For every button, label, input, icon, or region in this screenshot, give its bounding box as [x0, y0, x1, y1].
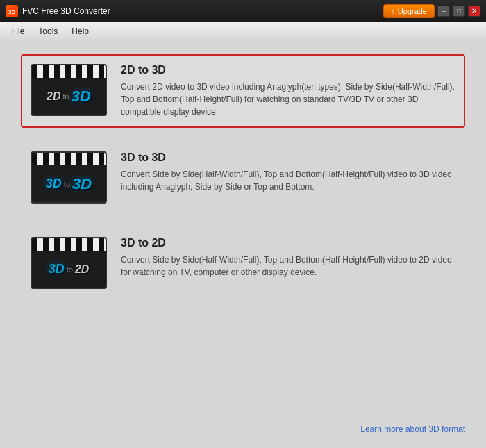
- menu-file[interactable]: File: [4, 24, 31, 38]
- upgrade-icon: ↑: [391, 7, 395, 15]
- option-desc-2d-to-3d: Convert 2D video to 3D video including A…: [121, 81, 455, 118]
- option-2d-to-3d[interactable]: 2D to 3D 2D to 3D Convert 2D video to 3D…: [21, 54, 465, 128]
- learn-more-link[interactable]: Learn more about 3D format: [360, 424, 465, 434]
- option-icon-3d-to-3d: 3D to 3D: [31, 151, 107, 204]
- menu-tools[interactable]: Tools: [31, 24, 65, 38]
- option-text-3d-to-3d: 3D to 3D Convert Side by Side(Half-Width…: [121, 151, 455, 193]
- option-title-3d-to-2d: 3D to 2D: [121, 237, 455, 249]
- option-3d-to-3d[interactable]: 3D to 3D 3D to 3D Convert Side by Side(H…: [21, 142, 465, 213]
- option-title-2d-to-3d: 2D to 3D: [121, 64, 455, 76]
- title-bar-right: ↑ Upgrade – □ ✕: [383, 4, 480, 18]
- minimize-button[interactable]: –: [437, 6, 450, 17]
- upgrade-button[interactable]: ↑ Upgrade: [383, 4, 435, 18]
- app-title: FVC Free 3D Converter: [22, 6, 110, 16]
- app-icon: 3D: [6, 5, 18, 17]
- main-content: 2D to 3D 2D to 3D Convert 2D video to 3D…: [0, 40, 486, 448]
- option-text-3d-to-2d: 3D to 2D Convert Side by Side(Half-Width…: [121, 237, 455, 279]
- option-desc-3d-to-2d: Convert Side by Side(Half-Width/Full), T…: [121, 254, 455, 279]
- title-bar-left: 3D FVC Free 3D Converter: [6, 5, 110, 17]
- maximize-button[interactable]: □: [453, 6, 465, 17]
- option-icon-2d-to-3d: 2D to 3D: [31, 64, 107, 116]
- menu-bar: File Tools Help: [0, 22, 486, 40]
- option-desc-3d-to-3d: Convert Side by Side(Half-Width/Full), T…: [121, 168, 455, 193]
- option-icon-3d-to-2d: 3D to 2D: [31, 237, 107, 289]
- option-3d-to-2d[interactable]: 3D to 2D 3D to 2D Convert Side by Side(H…: [21, 227, 465, 299]
- svg-text:3D: 3D: [8, 9, 15, 15]
- close-button[interactable]: ✕: [468, 6, 480, 17]
- title-bar: 3D FVC Free 3D Converter ↑ Upgrade – □ ✕: [0, 0, 486, 22]
- upgrade-label: Upgrade: [398, 7, 427, 15]
- option-text-2d-to-3d: 2D to 3D Convert 2D video to 3D video in…: [121, 64, 455, 118]
- menu-help[interactable]: Help: [65, 24, 96, 38]
- option-title-3d-to-3d: 3D to 3D: [121, 151, 455, 164]
